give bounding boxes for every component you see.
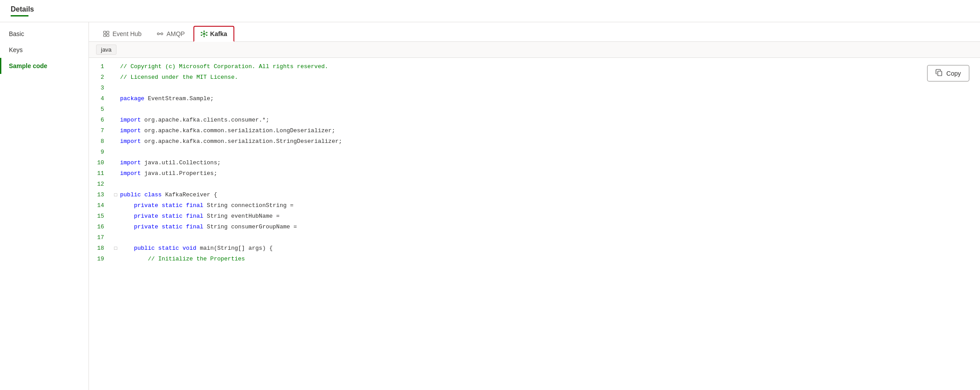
sidebar: Basic Keys Sample code bbox=[0, 22, 89, 390]
svg-point-7 bbox=[203, 33, 205, 35]
sidebar-item-sample-code[interactable]: Sample code bbox=[0, 58, 88, 74]
sidebar-item-label: Sample code bbox=[9, 62, 47, 69]
code-area[interactable]: 1 // Copyright (c) Microsoft Corporation… bbox=[89, 58, 980, 390]
svg-rect-3 bbox=[107, 34, 109, 37]
code-line: 17 bbox=[89, 232, 980, 243]
language-badge[interactable]: java bbox=[96, 45, 116, 55]
svg-point-11 bbox=[206, 32, 207, 33]
svg-point-13 bbox=[206, 35, 207, 36]
code-line: 5 bbox=[89, 104, 980, 115]
copy-button[interactable]: Copy bbox=[927, 65, 969, 81]
content-area: Event Hub AMQP bbox=[89, 22, 980, 390]
sidebar-item-keys[interactable]: Keys bbox=[0, 42, 88, 58]
svg-rect-0 bbox=[104, 31, 106, 33]
code-line: 13 □ public class KafkaReceiver { bbox=[89, 190, 980, 200]
svg-point-5 bbox=[161, 33, 163, 35]
sidebar-item-basic[interactable]: Basic bbox=[0, 26, 88, 42]
svg-line-16 bbox=[202, 33, 203, 34]
code-line: 6 import org.apache.kafka.clients.consum… bbox=[89, 115, 980, 126]
code-line: 18 □ public static void main(String[] ar… bbox=[89, 243, 980, 254]
code-line: 14 private static final String connectio… bbox=[89, 200, 980, 211]
code-line: 10 import java.util.Collections; bbox=[89, 158, 980, 168]
connection-icon bbox=[157, 30, 164, 37]
code-line: 8 import org.apache.kafka.common.seriali… bbox=[89, 136, 980, 147]
tabs-bar: Event Hub AMQP bbox=[89, 22, 980, 42]
tab-label: Kafka bbox=[210, 30, 227, 37]
svg-point-9 bbox=[203, 36, 205, 37]
svg-point-10 bbox=[201, 32, 202, 33]
tab-event-hub[interactable]: Event Hub bbox=[96, 26, 148, 41]
tab-label: AMQP bbox=[166, 30, 185, 37]
page-title: Details bbox=[11, 5, 969, 16]
grid-icon bbox=[103, 30, 110, 37]
lang-bar: java bbox=[89, 42, 980, 58]
code-line: 7 import org.apache.kafka.common.seriali… bbox=[89, 126, 980, 136]
svg-rect-20 bbox=[938, 71, 942, 76]
fold-icon-18[interactable]: □ bbox=[111, 244, 120, 253]
top-bar: Details bbox=[0, 0, 980, 22]
copy-icon bbox=[936, 69, 943, 77]
copy-label: Copy bbox=[946, 70, 961, 77]
fold-icon-13[interactable]: □ bbox=[111, 190, 120, 200]
svg-line-19 bbox=[205, 34, 206, 35]
code-line: 4 package EventStream.Sample; bbox=[89, 93, 980, 104]
sidebar-item-label: Basic bbox=[9, 30, 24, 37]
code-line: 9 bbox=[89, 147, 980, 158]
code-panel: 1 // Copyright (c) Microsoft Corporation… bbox=[89, 58, 980, 390]
sidebar-item-label: Keys bbox=[9, 46, 23, 53]
code-line: 2 // Licensed under the MIT License. bbox=[89, 72, 980, 83]
svg-point-4 bbox=[157, 33, 159, 35]
svg-point-12 bbox=[201, 35, 202, 36]
app-container: Details Basic Keys Sample code bbox=[0, 0, 980, 390]
svg-rect-1 bbox=[107, 31, 109, 33]
svg-rect-2 bbox=[104, 34, 106, 37]
svg-point-8 bbox=[203, 31, 205, 32]
code-line: 19 // Initialize the Properties bbox=[89, 254, 980, 264]
kafka-icon bbox=[201, 30, 208, 37]
tab-label: Event Hub bbox=[112, 30, 141, 37]
tab-amqp[interactable]: AMQP bbox=[150, 26, 191, 41]
code-line: 16 private static final String consumerG… bbox=[89, 222, 980, 232]
code-line: 15 private static final String eventHubN… bbox=[89, 211, 980, 222]
svg-line-17 bbox=[205, 33, 206, 34]
copy-button-wrapper: Copy bbox=[927, 65, 969, 81]
main-layout: Basic Keys Sample code bbox=[0, 22, 980, 390]
code-line: 12 bbox=[89, 179, 980, 190]
code-line: 11 import java.util.Properties; bbox=[89, 168, 980, 179]
code-line: 3 bbox=[89, 83, 980, 93]
code-line: 1 // Copyright (c) Microsoft Corporation… bbox=[89, 61, 980, 72]
tab-kafka[interactable]: Kafka bbox=[193, 26, 234, 42]
svg-line-18 bbox=[202, 34, 203, 35]
